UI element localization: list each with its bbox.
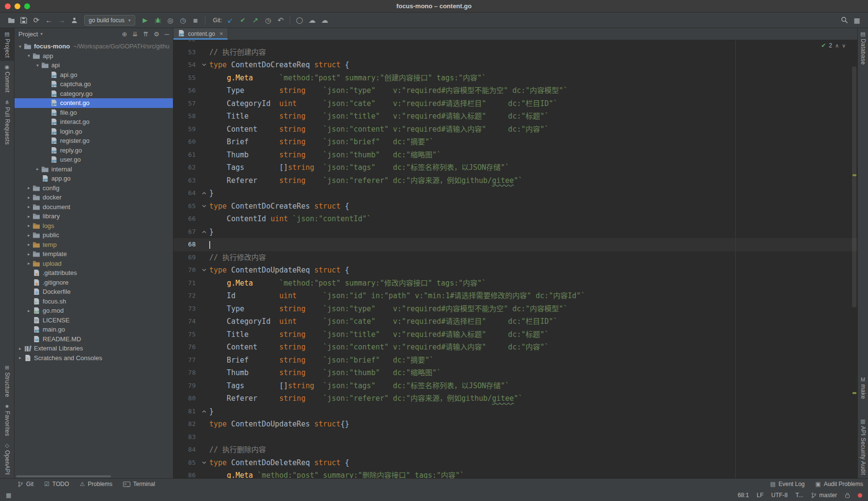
toolwindow-api-security-audit[interactable]: ▥API Security Audit: [858, 415, 868, 478]
tree-item-api[interactable]: ▾api: [15, 61, 173, 70]
tree-item-gitignore[interactable]: g.gitignore: [15, 278, 173, 288]
search-everywhere-icon[interactable]: [838, 15, 851, 26]
fold-marker-icon[interactable]: [199, 226, 209, 239]
git-commit-icon[interactable]: ✔: [236, 15, 249, 26]
line-number[interactable]: 63: [173, 174, 199, 187]
zoom-window-button[interactable]: [24, 3, 30, 9]
fold-marker-icon[interactable]: [199, 59, 209, 72]
inspection-widget[interactable]: ✔ 2 ∧ ∨: [819, 42, 848, 49]
code-line-76[interactable]: 76 Content string `json:"content" v:"req…: [173, 341, 857, 354]
profiler-button[interactable]: ◷: [177, 15, 189, 26]
toolwindow-database[interactable]: ▤Database: [858, 28, 868, 68]
tree-item-library[interactable]: ▸library: [15, 212, 173, 221]
code-line-64[interactable]: 64}: [173, 187, 857, 200]
line-number[interactable]: 54: [173, 59, 199, 72]
git-push-icon[interactable]: ↗: [249, 15, 262, 26]
tree-item-dockerfile[interactable]: DDockerfile: [15, 287, 173, 297]
code-line-84[interactable]: 84// 执行删除内容: [173, 443, 857, 456]
code-line-54[interactable]: 54type ContentDoCreateReq struct {: [173, 59, 857, 72]
tree-item-logs[interactable]: ▸logs: [15, 221, 173, 231]
code-line-82[interactable]: 82type ContentDoUpdateRes struct{}: [173, 418, 857, 431]
toolwindow-favorites[interactable]: ★Favorites: [0, 400, 14, 440]
line-number[interactable]: 60: [173, 136, 199, 149]
code-line-61[interactable]: 61 Thumb string `json:"thumb" dc:"缩略图"`: [173, 149, 857, 162]
coverage-button[interactable]: ◎: [164, 15, 177, 26]
line-number[interactable]: 65: [173, 200, 199, 213]
chevron-collapsed-icon[interactable]: ▸: [25, 195, 32, 200]
debug-button[interactable]: [152, 15, 164, 26]
line-number[interactable]: 55: [173, 72, 199, 85]
toolwindow-pull-requests[interactable]: ⋔Pull Requests: [0, 96, 14, 148]
line-number[interactable]: 57: [173, 97, 199, 110]
line-number[interactable]: 72: [173, 289, 199, 303]
code-line-74[interactable]: 74 CategoryId uint `json:"cate" v:"requi…: [173, 315, 857, 328]
tree-item-focus-mono[interactable]: ▾focus-mono~/Workspace/Go/GOPATH/src/git…: [15, 42, 173, 51]
code-line-70[interactable]: 70type ContentDoUpdateReq struct {: [173, 264, 857, 277]
line-number[interactable]: 84: [173, 443, 199, 456]
line-number[interactable]: 77: [173, 354, 199, 367]
fold-marker-icon[interactable]: [199, 456, 209, 470]
toolwindow-audit-problems[interactable]: ▣Audit Problems: [815, 481, 863, 487]
caret-position[interactable]: 68:1: [738, 492, 749, 499]
line-number[interactable]: 67: [173, 226, 199, 239]
line-number[interactable]: 74: [173, 315, 199, 328]
fold-marker-icon[interactable]: [199, 187, 209, 200]
project-view-selector[interactable]: Project: [18, 30, 38, 38]
line-number[interactable]: 52: [173, 40, 199, 46]
toolwindow-openapi[interactable]: ◇OpenAPI: [0, 440, 14, 478]
code-line-72[interactable]: 72 Id uint `json:"id" in:"path" v:"min:1…: [173, 289, 857, 303]
line-number[interactable]: 61: [173, 149, 199, 162]
save-all-icon[interactable]: [17, 15, 30, 26]
code-line-63[interactable]: 63 Referer string `json:"referer" dc:"内容…: [173, 174, 857, 187]
tree-item-go-mod[interactable]: ▸gogo.mod: [15, 306, 173, 316]
toolwindow-structure[interactable]: ⊞Structure: [0, 362, 14, 400]
line-number[interactable]: 73: [173, 303, 199, 316]
tree-item-captcha-go[interactable]: gocaptcha.go: [15, 79, 173, 89]
line-number[interactable]: 80: [173, 392, 199, 405]
chevron-collapsed-icon[interactable]: ▸: [25, 252, 32, 257]
settings-gear-icon[interactable]: ⚙: [154, 30, 159, 38]
chevron-collapsed-icon[interactable]: ▸: [25, 261, 32, 266]
code-line-80[interactable]: 80 Referer string `json:"referer" dc:"内容…: [173, 392, 857, 405]
tab-close-icon[interactable]: ×: [219, 31, 223, 36]
code-line-79[interactable]: 79 Tags []string `json:"tags" dc:"标签名称列表…: [173, 380, 857, 393]
code-line-56[interactable]: 56 Type string `json:"type" v:"required#…: [173, 84, 857, 97]
code-line-53[interactable]: 53// 执行创建内容: [173, 46, 857, 59]
line-number[interactable]: 78: [173, 366, 199, 380]
line-number[interactable]: 75: [173, 328, 199, 341]
git-rollback-icon[interactable]: ↶: [274, 15, 287, 26]
tree-item-file-go[interactable]: gofile.go: [15, 108, 173, 118]
line-number[interactable]: 79: [173, 380, 199, 393]
code-line-58[interactable]: 58 Title string `json:"title" v:"require…: [173, 110, 857, 123]
tree-item-interact-go[interactable]: gointeract.go: [15, 117, 173, 127]
stop-button[interactable]: ◼: [189, 15, 202, 26]
code-line-60[interactable]: 60 Brief string `json:"brief" dc:"摘要"`: [173, 136, 857, 149]
tree-item-api-go[interactable]: goapi.go: [15, 70, 173, 80]
toolwindow-project[interactable]: ▤Project: [0, 28, 14, 61]
code-line-86[interactable]: 86 g.Meta `method:"post" summary:"删除内容接口…: [173, 469, 857, 478]
project-tree-scrollbar[interactable]: [16, 475, 111, 477]
chevron-expanded-icon[interactable]: ▾: [16, 44, 24, 49]
code-line-78[interactable]: 78 Thumb string `json:"thumb" dc:"缩略图"`: [173, 366, 857, 380]
line-separator[interactable]: LF: [757, 492, 763, 499]
code-line-57[interactable]: 57 CategoryId uint `json:"cate" v:"requi…: [173, 97, 857, 110]
tree-item-reply-go[interactable]: goreply.go: [15, 146, 173, 155]
toolwindow-switcher-icon[interactable]: ▦: [6, 492, 11, 499]
chevron-collapsed-icon[interactable]: ▸: [25, 242, 32, 247]
chevron-collapsed-icon[interactable]: ▸: [25, 204, 32, 209]
line-number[interactable]: 81: [173, 405, 199, 418]
line-number[interactable]: 58: [173, 110, 199, 123]
code-line-85[interactable]: 85type ContentDoDeleteReq struct {: [173, 456, 857, 470]
tree-item-document[interactable]: ▸document: [15, 202, 173, 212]
code-line-71[interactable]: 71 g.Meta `method:"post" summary:"修改内容接口…: [173, 277, 857, 290]
toolwindow-problems[interactable]: ⚠Problems: [80, 481, 112, 487]
chevron-collapsed-icon[interactable]: ▸: [25, 233, 32, 238]
tree-item-config[interactable]: ▸config: [15, 183, 173, 193]
line-number[interactable]: 64: [173, 187, 199, 200]
tree-item-template[interactable]: ▸template: [15, 249, 173, 259]
expand-all-icon[interactable]: ⇊: [132, 30, 138, 38]
tree-item-readme-md[interactable]: MREADME.MD: [15, 334, 173, 344]
chevron-expanded-icon[interactable]: ▾: [34, 63, 41, 68]
tree-item-upload[interactable]: ▸upload: [15, 259, 173, 269]
toolwindow-event-log[interactable]: ▤Event Log: [770, 481, 805, 487]
